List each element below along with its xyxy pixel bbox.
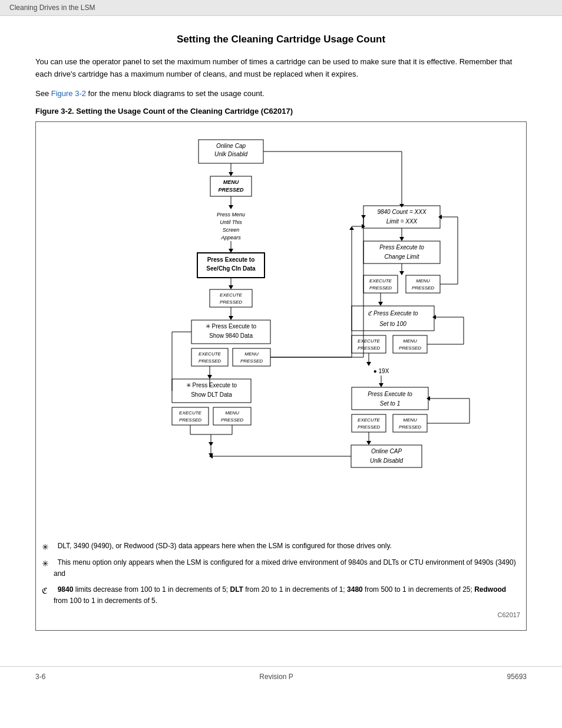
svg-text:MENU: MENU xyxy=(223,179,239,185)
svg-text:✳ Press Execute to: ✳ Press Execute to xyxy=(186,382,237,388)
svg-text:PRESSED: PRESSED xyxy=(221,417,243,423)
svg-text:✳ Press Execute to: ✳ Press Execute to xyxy=(206,323,257,330)
svg-text:PRESSED: PRESSED xyxy=(218,187,244,193)
svg-marker-4 xyxy=(229,172,233,176)
flowchart-svg: Online Cap Unlk Disabld MENU PRESSED Pre… xyxy=(51,134,511,535)
svg-text:Show 9840 Data: Show 9840 Data xyxy=(209,332,253,339)
svg-text:ℭ Press Execute to: ℭ Press Execute to xyxy=(368,310,418,317)
note-bullet-3: ℭ xyxy=(42,584,48,597)
svg-marker-77 xyxy=(378,302,383,306)
svg-text:PRESSED: PRESSED xyxy=(369,285,392,291)
page-footer: 3-6 Revision P 95693 xyxy=(0,666,562,687)
svg-text:PRESSED: PRESSED xyxy=(179,417,201,423)
svg-text:Set to 1: Set to 1 xyxy=(380,400,400,407)
svg-text:9840 Count = XXX: 9840 Count = XXX xyxy=(377,209,426,215)
svg-text:Change Limit: Change Limit xyxy=(385,253,420,260)
svg-text:PRESSED: PRESSED xyxy=(199,358,221,364)
section-title: Setting the Cleaning Cartridge Usage Cou… xyxy=(35,34,527,45)
svg-text:Appears: Appears xyxy=(220,235,241,241)
footer-page-num: 3-6 xyxy=(35,673,45,681)
svg-marker-114 xyxy=(366,441,371,445)
svg-text:PRESSED: PRESSED xyxy=(358,345,380,351)
svg-text:MENU: MENU xyxy=(416,278,430,284)
svg-text:Press Execute to: Press Execute to xyxy=(379,244,424,251)
body-paragraph-2: See Figure 3-2 for the menu block diagra… xyxy=(35,88,527,100)
svg-text:Online CAP: Online CAP xyxy=(371,448,402,454)
svg-text:EXECUTE: EXECUTE xyxy=(369,278,392,284)
svg-text:Press Execute to: Press Execute to xyxy=(207,256,255,263)
page-content: Setting the Cleaning Cartridge Usage Cou… xyxy=(0,16,562,654)
figure-notes: ✳ DLT, 3490 (9490), or Redwood (SD-3) da… xyxy=(42,541,520,607)
note-item-2: ✳ This menu option only appears when the… xyxy=(42,557,520,579)
note-bullet-1: ✳ xyxy=(42,541,49,554)
figure-id: C62017 xyxy=(42,611,520,618)
body-paragraph-1: You can use the operator panel to set th… xyxy=(35,56,527,81)
svg-text:PRESSED: PRESSED xyxy=(399,424,421,430)
svg-text:EXECUTE: EXECUTE xyxy=(358,417,380,423)
svg-marker-99 xyxy=(379,383,384,387)
note-bullet-2: ✳ xyxy=(42,557,49,570)
svg-text:EXECUTE: EXECUTE xyxy=(199,351,221,357)
svg-marker-25 xyxy=(229,316,233,320)
svg-marker-20 xyxy=(229,285,233,289)
svg-text:See/Chg Cln Data: See/Chg Cln Data xyxy=(206,265,256,272)
note-item-1: ✳ DLT, 3490 (9490), or Redwood (SD-3) da… xyxy=(42,541,520,552)
page-header: Cleaning Drives in the LSM xyxy=(0,0,562,16)
figure-link[interactable]: Figure 3-2 xyxy=(51,89,86,98)
svg-marker-36 xyxy=(207,375,212,379)
svg-text:Press Menu: Press Menu xyxy=(217,212,245,218)
svg-marker-64 xyxy=(399,237,404,241)
svg-text:Press Execute to: Press Execute to xyxy=(368,391,412,397)
svg-text:MENU: MENU xyxy=(225,410,239,416)
svg-marker-96 xyxy=(366,362,371,366)
footer-doc-num: 95693 xyxy=(507,673,527,681)
svg-text:MENU: MENU xyxy=(244,351,259,357)
svg-text:EXECUTE: EXECUTE xyxy=(358,338,380,344)
svg-text:Show DLT Data: Show DLT Data xyxy=(191,391,232,398)
note-text-2: This menu option only appears when the L… xyxy=(54,558,516,578)
svg-text:EXECUTE: EXECUTE xyxy=(220,292,242,298)
body-para2-prefix: See xyxy=(35,89,51,98)
svg-text:Limit = XXX: Limit = XXX xyxy=(386,218,418,225)
breadcrumb: Cleaning Drives in the LSM xyxy=(9,4,95,12)
svg-text:Until This: Until This xyxy=(220,219,242,225)
svg-marker-51 xyxy=(209,442,213,446)
svg-text:Set to 100: Set to 100 xyxy=(379,321,406,327)
svg-text:PRESSED: PRESSED xyxy=(240,358,263,364)
svg-text:MENU: MENU xyxy=(403,338,417,344)
note-item-3: ℭ 9840 limits decrease from 100 to 1 in … xyxy=(42,584,520,607)
note-text-1: DLT, 3490 (9490), or Redwood (SD-3) data… xyxy=(54,542,392,550)
svg-marker-69 xyxy=(399,271,404,275)
svg-text:PRESSED: PRESSED xyxy=(358,424,380,430)
body-para2-suffix: for the menu block diagrams to set the u… xyxy=(86,89,265,98)
svg-text:EXECUTE: EXECUTE xyxy=(179,410,201,416)
note-text-3: 9840 limits decrease from 100 to 1 in de… xyxy=(54,585,506,605)
svg-marker-15 xyxy=(229,249,233,253)
svg-text:MENU: MENU xyxy=(403,417,417,423)
svg-text:Unlk Disabld: Unlk Disabld xyxy=(214,151,248,157)
figure-label: Figure 3-2. Setting the Usage Count of t… xyxy=(35,107,527,116)
svg-text:PRESSED: PRESSED xyxy=(412,285,434,291)
svg-text:PRESSED: PRESSED xyxy=(220,299,242,305)
svg-text:● 19X: ● 19X xyxy=(373,368,389,374)
svg-text:Screen: Screen xyxy=(223,227,240,233)
svg-marker-9 xyxy=(229,205,233,209)
svg-text:Online Cap: Online Cap xyxy=(216,143,246,149)
figure-container: Online Cap Unlk Disabld MENU PRESSED Pre… xyxy=(35,121,527,631)
footer-revision: Revision P xyxy=(259,673,293,681)
svg-marker-125 xyxy=(349,226,354,230)
svg-text:Unlk Disabld: Unlk Disabld xyxy=(370,457,404,464)
svg-text:PRESSED: PRESSED xyxy=(399,345,421,351)
